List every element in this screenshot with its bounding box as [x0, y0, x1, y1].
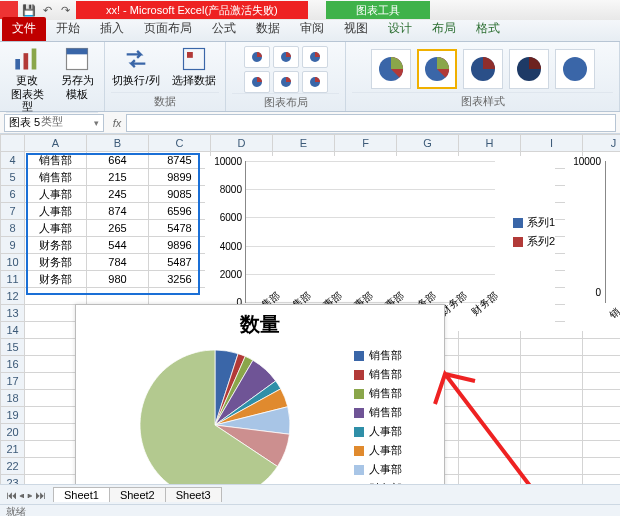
cell[interactable]	[459, 356, 521, 373]
sheet-nav-icons[interactable]: ⏮◀▶⏭	[0, 489, 54, 501]
tab-format[interactable]: 格式	[466, 17, 510, 41]
cell[interactable]	[583, 407, 621, 424]
layout-option[interactable]	[244, 46, 270, 68]
cell[interactable]: 人事部	[25, 220, 87, 237]
row-header[interactable]: 9	[1, 237, 25, 254]
row-header[interactable]: 17	[1, 373, 25, 390]
row-header[interactable]: 5	[1, 169, 25, 186]
layout-option[interactable]	[302, 71, 328, 93]
cell[interactable]: 9899	[149, 169, 211, 186]
style-option-selected[interactable]	[417, 49, 457, 89]
row-header[interactable]: 14	[1, 322, 25, 339]
tab-view[interactable]: 视图	[334, 17, 378, 41]
col-header[interactable]: E	[273, 135, 335, 152]
change-chart-type-button[interactable]: 更改 图表类型	[6, 46, 48, 112]
cell[interactable]	[583, 424, 621, 441]
col-header[interactable]: D	[211, 135, 273, 152]
cell[interactable]: 215	[87, 169, 149, 186]
cell[interactable]: 人事部	[25, 186, 87, 203]
cell[interactable]	[521, 458, 583, 475]
row-header[interactable]: 15	[1, 339, 25, 356]
tab-file[interactable]: 文件	[2, 17, 46, 41]
style-option[interactable]	[509, 49, 549, 89]
cell[interactable]	[459, 407, 521, 424]
formula-input[interactable]	[126, 114, 616, 132]
cell[interactable]	[521, 356, 583, 373]
row-header[interactable]: 8	[1, 220, 25, 237]
row-header[interactable]: 4	[1, 152, 25, 169]
cell[interactable]	[87, 288, 149, 305]
layout-option[interactable]	[302, 46, 328, 68]
cell[interactable]	[521, 407, 583, 424]
cell[interactable]: 664	[87, 152, 149, 169]
save-as-template-button[interactable]: 另存为 模板	[56, 46, 98, 100]
style-option[interactable]	[371, 49, 411, 89]
cell[interactable]: 784	[87, 254, 149, 271]
tab-insert[interactable]: 插入	[90, 17, 134, 41]
cell[interactable]	[583, 339, 621, 356]
style-gallery[interactable]	[371, 46, 595, 92]
cell[interactable]	[583, 390, 621, 407]
undo-icon[interactable]: ↶	[40, 3, 54, 17]
tab-layout[interactable]: 布局	[422, 17, 466, 41]
tab-review[interactable]: 审阅	[290, 17, 334, 41]
style-option[interactable]	[555, 49, 595, 89]
col-header[interactable]: H	[459, 135, 521, 152]
cell[interactable]: 销售部	[25, 152, 87, 169]
layout-option[interactable]	[273, 46, 299, 68]
cell[interactable]: 874	[87, 203, 149, 220]
fx-icon[interactable]: fx	[108, 117, 126, 129]
cell[interactable]	[149, 288, 211, 305]
tab-design[interactable]: 设计	[378, 17, 422, 41]
cell[interactable]	[583, 356, 621, 373]
col-header[interactable]: C	[149, 135, 211, 152]
sheet-tab[interactable]: Sheet2	[109, 487, 166, 502]
col-header[interactable]: J	[583, 135, 621, 152]
cell[interactable]	[583, 458, 621, 475]
cell[interactable]	[459, 390, 521, 407]
cell[interactable]: 财务部	[25, 237, 87, 254]
cell[interactable]: 5487	[149, 254, 211, 271]
cell[interactable]	[459, 373, 521, 390]
cell[interactable]: 9896	[149, 237, 211, 254]
col-header[interactable]: G	[397, 135, 459, 152]
sheet-tab[interactable]: Sheet1	[53, 487, 110, 502]
cell[interactable]: 8745	[149, 152, 211, 169]
switch-row-col-button[interactable]: 切换行/列	[111, 46, 161, 86]
cell[interactable]	[521, 424, 583, 441]
layout-option[interactable]	[273, 71, 299, 93]
cell[interactable]: 5478	[149, 220, 211, 237]
cell[interactable]	[25, 288, 87, 305]
cell[interactable]: 265	[87, 220, 149, 237]
cell[interactable]: 销售部	[25, 169, 87, 186]
col-header[interactable]: I	[521, 135, 583, 152]
cell[interactable]: 544	[87, 237, 149, 254]
cell[interactable]	[521, 441, 583, 458]
cell[interactable]	[521, 373, 583, 390]
row-header[interactable]: 19	[1, 407, 25, 424]
select-data-button[interactable]: 选择数据	[169, 46, 219, 86]
row-header[interactable]: 10	[1, 254, 25, 271]
layout-gallery[interactable]	[244, 46, 328, 93]
cell[interactable]: 人事部	[25, 203, 87, 220]
row-header[interactable]: 12	[1, 288, 25, 305]
cell[interactable]: 245	[87, 186, 149, 203]
tab-data[interactable]: 数据	[246, 17, 290, 41]
style-option[interactable]	[463, 49, 503, 89]
right-partial-chart[interactable]: 10000 0 销	[565, 156, 620, 331]
cell[interactable]	[459, 458, 521, 475]
cell[interactable]: 财务部	[25, 254, 87, 271]
cell[interactable]	[459, 339, 521, 356]
worksheet[interactable]: ABCDEFGHIJK4销售部66487455销售部21598996人事部245…	[0, 134, 620, 494]
row-header[interactable]: 20	[1, 424, 25, 441]
layout-option[interactable]	[244, 71, 270, 93]
sheet-tab[interactable]: Sheet3	[165, 487, 222, 502]
cell[interactable]: 3256	[149, 271, 211, 288]
corner-cell[interactable]	[1, 135, 25, 152]
cell[interactable]	[521, 339, 583, 356]
cell[interactable]: 980	[87, 271, 149, 288]
row-header[interactable]: 18	[1, 390, 25, 407]
row-header[interactable]: 6	[1, 186, 25, 203]
cell[interactable]: 9085	[149, 186, 211, 203]
tab-pagelayout[interactable]: 页面布局	[134, 17, 202, 41]
